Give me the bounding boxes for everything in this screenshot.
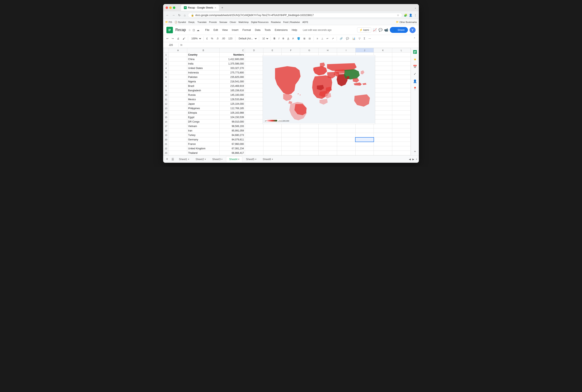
undo-button[interactable]: ↩ xyxy=(165,36,170,41)
cell-empty[interactable] xyxy=(374,70,392,75)
cell-empty[interactable] xyxy=(392,66,411,70)
cell-a12[interactable] xyxy=(169,102,187,106)
cell-country-15[interactable]: Egypt xyxy=(187,115,220,120)
cell-empty[interactable] xyxy=(374,146,392,151)
bold-button[interactable]: B xyxy=(272,36,276,41)
cell-number-24[interactable]: 61,280,743 xyxy=(219,155,245,156)
cell-country-14[interactable]: Ethiopia xyxy=(187,110,220,115)
comment-icon[interactable]: 💬 xyxy=(378,28,382,32)
table-row[interactable]: 23Thailand66,866,417 xyxy=(163,151,411,155)
cell-number-6[interactable]: 235,825,000 xyxy=(219,75,245,79)
cell-number-18[interactable]: 85,991,059 xyxy=(219,128,245,133)
sidebar-contacts-icon[interactable]: 👤 xyxy=(412,79,418,84)
formula-button[interactable]: Σ xyxy=(362,36,366,41)
cell-empty[interactable] xyxy=(374,155,392,156)
cell-empty[interactable] xyxy=(392,75,411,79)
scroll-sheets-right[interactable]: ▶ xyxy=(412,158,414,161)
table-row[interactable]: 22United Kingdom67,081,234 xyxy=(163,146,411,151)
cell-empty[interactable] xyxy=(355,146,374,151)
tab-close-icon[interactable]: ✕ xyxy=(214,7,216,9)
avatar[interactable]: Y xyxy=(410,27,416,33)
cell-country-22[interactable]: United Kingdom xyxy=(187,146,220,151)
sidebar-maps-icon[interactable]: 📍 xyxy=(412,86,418,91)
cell-country-24[interactable]: Tanzania xyxy=(187,155,220,156)
cell-number-3[interactable]: 1,375,586,000 xyxy=(219,62,245,66)
cell-number-1[interactable]: Numbers xyxy=(219,52,245,57)
merge-button[interactable]: ⊟ xyxy=(308,36,312,41)
cell-empty[interactable] xyxy=(263,137,282,142)
cell-number-9[interactable]: 165,158,616 xyxy=(219,88,245,93)
cell-empty[interactable] xyxy=(282,124,300,128)
cell-country-8[interactable]: Brazil xyxy=(187,84,220,88)
cell-empty[interactable] xyxy=(245,142,263,146)
cell-empty[interactable] xyxy=(392,79,411,84)
cell-empty[interactable] xyxy=(300,133,318,137)
cell-number-21[interactable]: 67,960,000 xyxy=(219,142,245,146)
cell-country-16[interactable]: DR Congo xyxy=(187,120,220,124)
cell-number-5[interactable]: 275,773,800 xyxy=(219,70,245,75)
borders-button[interactable]: ⊞ xyxy=(302,36,307,41)
fill-color-button[interactable]: 🪣 xyxy=(296,36,301,41)
cell-a14[interactable] xyxy=(169,110,187,115)
sheet-tab-5[interactable]: Sheet5 ▾ xyxy=(243,156,259,162)
cell-empty[interactable] xyxy=(318,124,337,128)
cell-empty[interactable] xyxy=(318,155,337,156)
cell-empty[interactable] xyxy=(374,88,392,93)
fullscreen-button[interactable] xyxy=(173,6,175,9)
cell-empty[interactable] xyxy=(263,142,282,146)
menu-help[interactable]: Help xyxy=(290,28,299,32)
bookmark-fis[interactable]: 📁 FIS xyxy=(165,21,172,23)
cell-empty[interactable] xyxy=(245,155,263,156)
cell-a9[interactable] xyxy=(169,88,187,93)
cell-empty[interactable] xyxy=(300,128,318,133)
cell-a20[interactable] xyxy=(169,137,187,142)
cell-a6[interactable] xyxy=(169,75,187,79)
cell-country-19[interactable]: Turkey xyxy=(187,133,220,137)
cell-empty[interactable] xyxy=(263,133,282,137)
scroll-sheets-left[interactable]: ◀ xyxy=(409,158,411,161)
cell-empty[interactable] xyxy=(263,151,282,155)
cell-empty[interactable] xyxy=(245,75,263,79)
cell-empty[interactable] xyxy=(245,128,263,133)
cell-empty[interactable] xyxy=(355,133,374,137)
comment-button[interactable]: 💬 xyxy=(345,36,350,41)
cloud-icon[interactable]: ☁ xyxy=(197,28,200,32)
cell-empty[interactable] xyxy=(245,97,263,102)
sheet-tab-3[interactable]: Sheet3 ▾ xyxy=(210,156,225,162)
cell-empty[interactable] xyxy=(245,120,263,124)
cell-empty[interactable] xyxy=(318,142,337,146)
cell-number-11[interactable]: 128,533,664 xyxy=(219,97,245,102)
wrap-button[interactable]: ↵ xyxy=(325,36,330,41)
cell-a17[interactable] xyxy=(169,124,187,128)
meet-icon[interactable]: 📹 xyxy=(384,28,388,32)
cell-number-10[interactable]: 145,100,000 xyxy=(219,93,245,97)
cell-empty[interactable] xyxy=(374,62,392,66)
cell-empty[interactable] xyxy=(392,115,411,120)
cell-empty[interactable] xyxy=(245,79,263,84)
decimal-less-button[interactable]: .0 xyxy=(215,36,220,41)
cell-number-2[interactable]: 1,412,600,000 xyxy=(219,57,245,62)
cell-country-3[interactable]: India xyxy=(187,62,220,66)
cell-empty[interactable] xyxy=(374,106,392,110)
url-bar[interactable]: 🔒 docs.google.com/spreadsheets/d/15UIVjL… xyxy=(188,13,402,18)
cell-country-1[interactable]: Country xyxy=(187,52,220,57)
cell-reference-input[interactable] xyxy=(165,44,177,46)
bookmark-deepl[interactable]: DeepL xyxy=(188,21,195,23)
cell-empty[interactable] xyxy=(374,97,392,102)
bookmark-feed-readwise[interactable]: Feed | Readwise xyxy=(283,21,300,23)
menu-view[interactable]: View xyxy=(220,28,229,32)
new-tab-button[interactable]: + xyxy=(220,5,225,10)
cell-empty[interactable] xyxy=(355,151,374,155)
cell-empty[interactable] xyxy=(374,75,392,79)
star-icon[interactable]: ☆ xyxy=(188,28,191,32)
cell-country-11[interactable]: Mexico xyxy=(187,97,220,102)
kami-button[interactable]: ⚡ kami xyxy=(357,28,371,32)
cell-empty[interactable] xyxy=(337,133,355,137)
cell-empty[interactable] xyxy=(374,52,392,57)
col-header-j[interactable]: J xyxy=(355,48,374,52)
cell-country-5[interactable]: Indonesia xyxy=(187,70,220,75)
cell-empty[interactable] xyxy=(318,133,337,137)
minimize-button[interactable] xyxy=(169,6,172,9)
more-icon[interactable]: ⋮ xyxy=(414,14,417,17)
cell-empty[interactable] xyxy=(263,124,282,128)
